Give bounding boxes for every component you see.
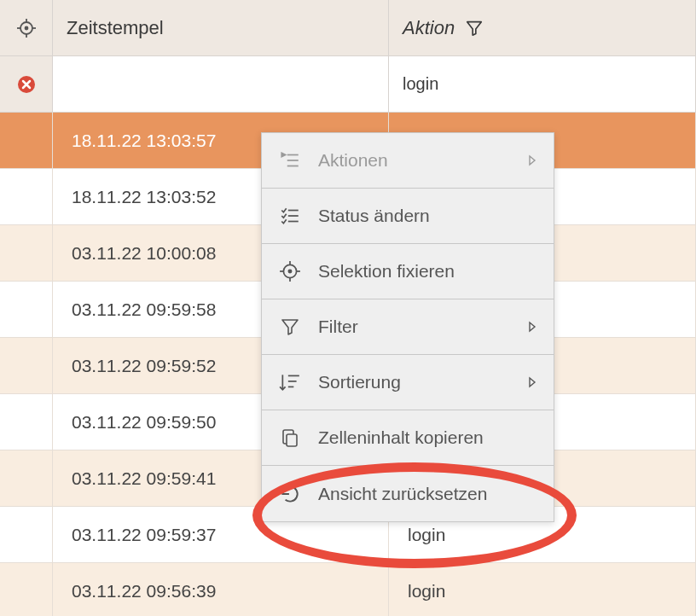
svg-marker-26 — [530, 378, 535, 386]
svg-point-16 — [288, 270, 291, 272]
target-icon — [16, 18, 37, 38]
row-leading-cell[interactable] — [0, 169, 53, 225]
column-header-action[interactable]: Aktion — [389, 0, 696, 56]
sort-icon — [277, 369, 303, 395]
context-menu-label: Sortierung — [318, 372, 526, 392]
context-menu-label: Aktionen — [318, 150, 526, 171]
checklist-icon — [277, 203, 303, 229]
svg-marker-11 — [530, 156, 535, 165]
target-icon — [277, 259, 303, 284]
column-header-label: Aktion — [403, 17, 455, 39]
context-menu-item: Aktionen — [262, 133, 554, 189]
row-leading-cell[interactable] — [0, 282, 53, 338]
svg-marker-10 — [281, 153, 285, 156]
funnel-icon — [277, 314, 303, 340]
column-header-label: Zeitstempel — [67, 17, 164, 39]
row-leading-cell[interactable] — [0, 113, 53, 169]
row-leading-cell[interactable] — [0, 507, 53, 563]
filter-input-timestamp[interactable] — [67, 74, 374, 94]
list-play-icon — [277, 148, 303, 173]
context-menu-label: Zelleninhalt kopieren — [318, 427, 538, 448]
chevron-right-icon — [526, 154, 538, 166]
cell-action[interactable]: login — [389, 563, 696, 616]
filter-cell-action[interactable] — [389, 56, 696, 113]
chevron-right-icon — [526, 376, 538, 388]
funnel-icon — [465, 19, 484, 38]
filter-input-action[interactable] — [403, 74, 682, 94]
clear-filter-cell[interactable] — [0, 56, 53, 113]
context-menu-item[interactable]: Selektion fixieren — [262, 244, 554, 299]
context-menu-label: Ansicht zurücksetzen — [318, 484, 538, 504]
context-menu-label: Selektion fixieren — [318, 261, 538, 282]
row-leading-cell[interactable] — [0, 450, 53, 507]
context-menu-item[interactable]: Zelleninhalt kopieren — [262, 410, 554, 466]
row-leading-cell[interactable] — [0, 225, 53, 282]
filter-cell-timestamp[interactable] — [53, 56, 389, 113]
column-header-timestamp[interactable]: Zeitstempel — [53, 0, 389, 56]
close-icon — [16, 74, 37, 95]
target-header-cell[interactable] — [0, 0, 53, 56]
svg-marker-21 — [530, 323, 535, 331]
copy-icon — [277, 425, 303, 450]
chevron-right-icon — [526, 321, 538, 333]
context-menu-item[interactable]: Sortierung — [262, 355, 554, 410]
row-leading-cell[interactable] — [0, 338, 53, 394]
context-menu-item[interactable]: Ansicht zurücksetzen — [262, 466, 554, 521]
context-menu-item[interactable]: Status ändern — [262, 189, 554, 244]
undo-icon — [277, 481, 303, 507]
svg-rect-27 — [287, 434, 297, 446]
context-menu-label: Filter — [318, 317, 526, 337]
row-leading-cell[interactable] — [0, 563, 53, 616]
cell-timestamp[interactable]: 03.11.22 09:56:39 — [53, 563, 389, 616]
row-leading-cell[interactable] — [0, 394, 53, 450]
context-menu-item[interactable]: Filter — [262, 299, 554, 355]
context-menu-label: Status ändern — [318, 206, 538, 226]
context-menu: AktionenStatus ändernSelektion fixierenF… — [261, 132, 554, 522]
svg-point-1 — [25, 26, 27, 29]
